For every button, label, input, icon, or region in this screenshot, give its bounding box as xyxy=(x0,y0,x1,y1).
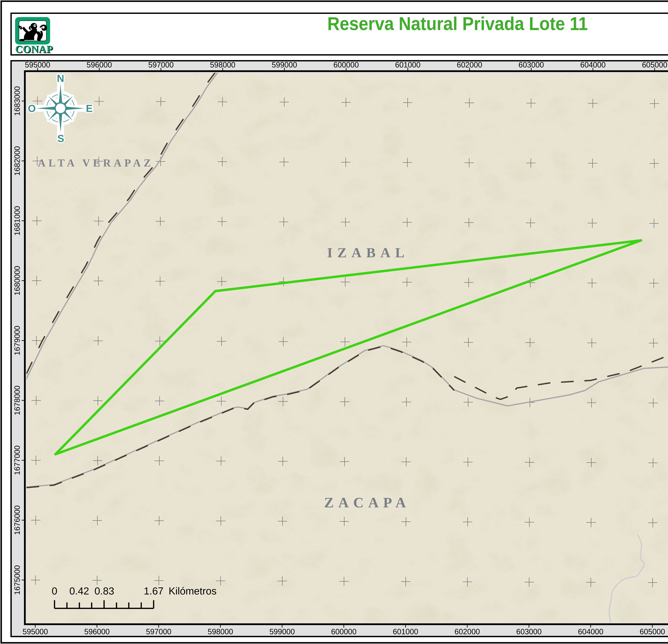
svg-text:CONAP: CONAP xyxy=(15,43,53,55)
svg-text:602000: 602000 xyxy=(457,61,482,69)
svg-text:595000: 595000 xyxy=(22,627,48,636)
svg-text:599000: 599000 xyxy=(272,61,297,69)
svg-text:E: E xyxy=(86,103,93,114)
svg-text:Reserva Natural Privada Lote 1: Reserva Natural Privada Lote 11 xyxy=(327,13,588,34)
svg-text:IZABAL: IZABAL xyxy=(327,245,409,260)
svg-text:595000: 595000 xyxy=(25,61,50,69)
svg-text:0.83: 0.83 xyxy=(94,585,114,597)
svg-text:597000: 597000 xyxy=(146,627,171,636)
svg-text:S: S xyxy=(58,133,64,144)
svg-text:1681000: 1681000 xyxy=(13,206,21,236)
svg-text:N: N xyxy=(57,73,64,84)
svg-text:598000: 598000 xyxy=(208,627,233,636)
svg-text:596000: 596000 xyxy=(84,627,110,636)
svg-text:1677000: 1677000 xyxy=(13,445,21,475)
svg-text:598000: 598000 xyxy=(210,61,236,69)
svg-text:603000: 603000 xyxy=(518,61,544,69)
svg-text:604000: 604000 xyxy=(578,627,603,636)
svg-text:603000: 603000 xyxy=(516,627,542,636)
svg-text:600000: 600000 xyxy=(331,627,356,636)
svg-text:ZACAPA: ZACAPA xyxy=(324,494,410,511)
svg-text:602000: 602000 xyxy=(455,627,480,636)
svg-text:1683000: 1683000 xyxy=(13,86,21,116)
svg-text:1679000: 1679000 xyxy=(13,326,21,355)
svg-text:596000: 596000 xyxy=(87,61,112,69)
svg-text:605000: 605000 xyxy=(642,61,667,69)
svg-text:599000: 599000 xyxy=(269,627,295,636)
svg-text:1682000: 1682000 xyxy=(13,146,21,176)
svg-text:601000: 601000 xyxy=(393,627,418,636)
svg-text:1678000: 1678000 xyxy=(13,386,21,415)
svg-text:O: O xyxy=(28,103,36,114)
svg-text:597000: 597000 xyxy=(148,61,174,69)
svg-text:604000: 604000 xyxy=(580,61,606,69)
svg-text:605000: 605000 xyxy=(640,627,665,636)
svg-text:1676000: 1676000 xyxy=(13,505,21,535)
svg-text:0: 0 xyxy=(52,585,57,597)
svg-text:1680000: 1680000 xyxy=(13,266,21,296)
svg-text:Kilómetros: Kilómetros xyxy=(169,585,216,597)
svg-text:1675000: 1675000 xyxy=(13,565,21,595)
svg-text:1.67: 1.67 xyxy=(144,585,164,597)
svg-text:601000: 601000 xyxy=(395,61,421,69)
svg-text:ALTA VERAPAZ: ALTA VERAPAZ xyxy=(38,157,154,169)
svg-text:600000: 600000 xyxy=(333,61,359,69)
svg-text:0.42: 0.42 xyxy=(69,585,89,597)
